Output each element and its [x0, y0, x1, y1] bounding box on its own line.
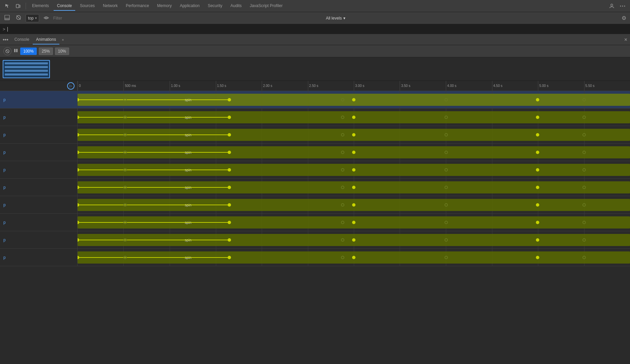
row-timeline[interactable]: spin: [78, 249, 630, 266]
tab-network[interactable]: Network: [99, 1, 121, 11]
keyframe-dot[interactable]: [341, 186, 344, 189]
keyframe-dot[interactable]: [582, 133, 586, 136]
keyframe-dot[interactable]: [536, 168, 539, 172]
keyframe-dot[interactable]: [341, 203, 344, 207]
row-timeline[interactable]: spin: [78, 144, 630, 161]
row-timeline[interactable]: spin: [78, 214, 630, 231]
keyframe-dot[interactable]: [445, 256, 448, 259]
keyframe-dot[interactable]: [582, 168, 586, 172]
keyframe-dot[interactable]: [445, 133, 448, 136]
keyframe-dot[interactable]: [352, 133, 355, 136]
keyframe-dot[interactable]: [582, 256, 586, 259]
keyframe-dot[interactable]: [445, 168, 448, 172]
keyframe-dot[interactable]: [582, 221, 586, 224]
speed-10-button[interactable]: 10%: [55, 48, 69, 55]
keyframe-dot[interactable]: [582, 151, 586, 154]
keyframe-dot[interactable]: [445, 221, 448, 224]
tab-memory[interactable]: Memory: [154, 1, 175, 11]
keyframe-dot[interactable]: [536, 98, 539, 101]
keyframe-dot[interactable]: [123, 203, 127, 207]
keyframe-dot[interactable]: [341, 221, 344, 224]
inspect-icon[interactable]: [3, 2, 12, 10]
pause-animation-icon[interactable]: [13, 48, 18, 54]
play-button[interactable]: ▷: [67, 82, 75, 90]
context-selector[interactable]: top ▾: [26, 14, 39, 22]
keyframe-dot[interactable]: [123, 186, 127, 189]
row-timeline[interactable]: spin: [78, 231, 630, 248]
keyframe-dot[interactable]: [341, 151, 344, 154]
keyframe-dot[interactable]: [228, 116, 231, 119]
close-animations-tab-icon[interactable]: ×: [61, 37, 65, 42]
filter-input[interactable]: [53, 16, 323, 21]
keyframe-dot[interactable]: [582, 203, 586, 207]
keyframe-dot[interactable]: [352, 151, 355, 154]
keyframe-dot[interactable]: [123, 133, 127, 136]
tab-animations[interactable]: Animations: [33, 35, 59, 44]
keyframe-dot[interactable]: [123, 238, 127, 242]
user-icon[interactable]: [607, 2, 617, 10]
keyframe-dot[interactable]: [536, 203, 539, 207]
keyframe-dot[interactable]: [352, 168, 355, 172]
keyframe-dot[interactable]: [352, 203, 355, 207]
keyframe-dot[interactable]: [228, 98, 231, 101]
keyframe-dot[interactable]: [123, 221, 127, 224]
keyframe-dot[interactable]: [536, 116, 539, 119]
device-icon[interactable]: [13, 2, 23, 10]
close-drawer-icon[interactable]: ×: [624, 37, 627, 43]
keyframe-dot[interactable]: [228, 133, 231, 136]
keyframe-dot[interactable]: [352, 116, 355, 119]
keyframe-dot[interactable]: [352, 256, 355, 259]
speed-100-button[interactable]: 100%: [20, 48, 37, 55]
row-timeline[interactable]: spin: [78, 91, 630, 108]
tab-audits[interactable]: Audits: [227, 1, 245, 11]
keyframe-dot[interactable]: [123, 168, 127, 172]
keyframe-dot[interactable]: [536, 186, 539, 189]
keyframe-dot[interactable]: [445, 116, 448, 119]
keyframe-dot[interactable]: [341, 116, 344, 119]
more-options-icon[interactable]: [618, 4, 627, 8]
settings-gear-icon[interactable]: ⚙: [621, 14, 627, 22]
keyframe-dot[interactable]: [536, 221, 539, 224]
keyframe-dot[interactable]: [228, 168, 231, 172]
keyframe-dot[interactable]: [341, 98, 344, 101]
keyframe-dot[interactable]: [228, 221, 231, 224]
tab-console-drawer[interactable]: Console: [11, 35, 33, 44]
log-levels-button[interactable]: All levels ▾: [326, 16, 345, 21]
keyframe-dot[interactable]: [228, 151, 231, 154]
block-animation-icon[interactable]: [3, 47, 11, 55]
tab-sources[interactable]: Sources: [77, 1, 98, 11]
keyframe-dot[interactable]: [352, 238, 355, 242]
keyframe-dot[interactable]: [445, 203, 448, 207]
clear-console-icon[interactable]: [14, 14, 23, 22]
keyframe-dot[interactable]: [228, 238, 231, 242]
keyframe-dot[interactable]: [445, 151, 448, 154]
keyframe-dot[interactable]: [582, 238, 586, 242]
row-timeline[interactable]: spin: [78, 109, 630, 126]
keyframe-dot[interactable]: [228, 256, 231, 259]
keyframe-dot[interactable]: [341, 256, 344, 259]
keyframe-dot[interactable]: [341, 168, 344, 172]
row-timeline[interactable]: spin: [78, 196, 630, 213]
keyframe-dot[interactable]: [445, 98, 448, 101]
keyframe-dot[interactable]: [536, 238, 539, 242]
keyframe-dot[interactable]: [536, 151, 539, 154]
keyframe-dot[interactable]: [352, 186, 355, 189]
more-tabs-icon[interactable]: •••: [3, 37, 8, 43]
row-timeline[interactable]: spin: [78, 126, 630, 143]
keyframe-dot[interactable]: [228, 203, 231, 207]
keyframe-dot[interactable]: [341, 133, 344, 136]
keyframe-dot[interactable]: [352, 221, 355, 224]
tab-application[interactable]: Application: [176, 1, 203, 11]
keyframe-dot[interactable]: [445, 238, 448, 242]
expand-drawer-icon[interactable]: [3, 14, 11, 22]
keyframe-dot[interactable]: [582, 116, 586, 119]
row-timeline[interactable]: spin: [78, 179, 630, 196]
keyframe-dot[interactable]: [123, 98, 127, 101]
row-timeline[interactable]: spin: [78, 161, 630, 178]
keyframe-dot[interactable]: [352, 98, 355, 101]
tab-console[interactable]: Console: [54, 1, 75, 11]
tab-security[interactable]: Security: [204, 1, 226, 11]
tab-js-profiler[interactable]: JavaScript Profiler: [247, 1, 286, 11]
keyframe-dot[interactable]: [582, 98, 586, 101]
keyframe-dot[interactable]: [228, 186, 231, 189]
